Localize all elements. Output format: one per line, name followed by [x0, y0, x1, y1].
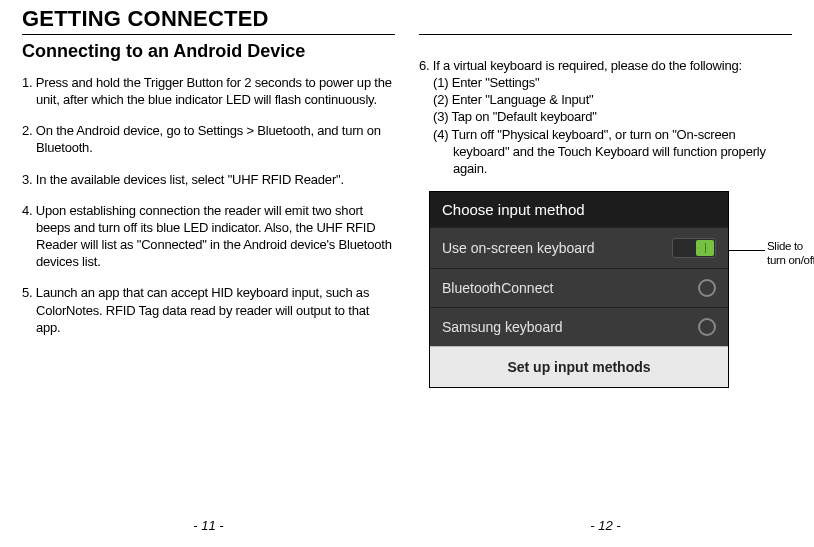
step-6-sub-2: (2) Enter "Language & Input": [419, 91, 792, 108]
step-6-sub-3: (3) Tap on "Default keyboard": [419, 108, 792, 125]
dialog-title: Choose input method: [430, 192, 728, 227]
page-number-left: - 11 -: [10, 518, 407, 533]
rule: [419, 34, 792, 35]
callout-text: Slide to turn on/off: [767, 239, 814, 268]
radio-label-bluetooth: BluetoothConnect: [442, 280, 553, 296]
step-5: 5. Launch an app that can accept HID key…: [22, 284, 395, 335]
toggle-row[interactable]: Use on-screen keyboard: [430, 227, 728, 268]
step-6-sub-4: (4) Turn off "Physical keyboard", or tur…: [419, 126, 792, 177]
dialog-footer-button[interactable]: Set up input methods: [430, 346, 728, 387]
subsection-title: Connecting to an Android Device: [22, 41, 395, 62]
callout-line1: Slide to: [767, 240, 803, 252]
toggle-knob-icon: [696, 240, 714, 256]
step-3: 3. In the available devices list, select…: [22, 171, 395, 188]
page-number-right: - 12 -: [407, 518, 804, 533]
left-page: GETTING CONNECTED Connecting to an Andro…: [10, 6, 407, 547]
step-6-sub-1: (1) Enter "Settings": [419, 74, 792, 91]
radio-row-bluetooth[interactable]: BluetoothConnect: [430, 268, 728, 307]
radio-icon[interactable]: [698, 318, 716, 336]
rule: [22, 34, 395, 35]
step-6-intro: 6. If a virtual keyboard is required, pl…: [419, 57, 792, 74]
step-2: 2. On the Android device, go to Settings…: [22, 122, 395, 156]
radio-label-samsung: Samsung keyboard: [442, 319, 563, 335]
section-title: GETTING CONNECTED: [22, 6, 395, 32]
android-dialog: Choose input method Use on-screen keyboa…: [429, 191, 729, 388]
screenshot-wrap: Choose input method Use on-screen keyboa…: [429, 191, 792, 388]
radio-row-samsung[interactable]: Samsung keyboard: [430, 307, 728, 346]
callout-line2: turn on/off: [767, 254, 814, 266]
callout-line-icon: [729, 250, 765, 251]
step-1: 1. Press and hold the Trigger Button for…: [22, 74, 395, 108]
toggle-row-label: Use on-screen keyboard: [442, 240, 595, 256]
step-6-block: 6. If a virtual keyboard is required, pl…: [419, 57, 792, 177]
toggle-switch-icon[interactable]: [672, 238, 716, 258]
radio-icon[interactable]: [698, 279, 716, 297]
right-page: 6. If a virtual keyboard is required, pl…: [407, 6, 804, 547]
step-4: 4. Upon establishing connection the read…: [22, 202, 395, 271]
